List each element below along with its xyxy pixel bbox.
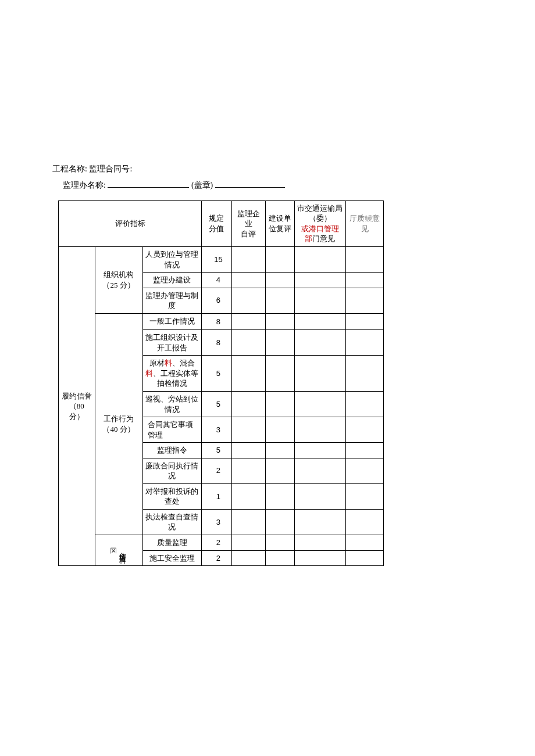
cell-review <box>266 458 295 483</box>
cell-self <box>231 458 265 483</box>
office-name-label: 监理办名称: <box>63 181 106 189</box>
lbl-red1: 料 <box>165 359 172 367</box>
cell-self <box>231 391 265 417</box>
item-label: 质量监理 <box>142 535 201 551</box>
item-label: 监理办建设 <box>142 273 201 288</box>
header-line-2: 监理办名称: (盖章) <box>52 179 483 192</box>
fixed-score-a: 规定 <box>209 214 224 223</box>
seal-label: (盖章) <box>191 181 213 189</box>
bureau-b: 或港口管理 <box>301 224 339 233</box>
cell-bureau <box>294 550 345 566</box>
col-hall: 厅质鳗意见 <box>346 200 384 246</box>
cell-self <box>231 356 265 392</box>
cell-hall <box>346 417 384 443</box>
cell-review <box>266 273 295 288</box>
cell-self <box>231 443 265 458</box>
item-score: 8 <box>202 313 232 330</box>
bureau-c: 部 <box>305 234 312 243</box>
cell-bureau <box>294 483 345 509</box>
group-main-b: （80 分） <box>69 402 84 421</box>
cell-hall <box>346 246 384 272</box>
item-score: 15 <box>202 246 232 272</box>
item-score: 3 <box>202 509 232 535</box>
lbl-c: 、工程实体等抽检情况 <box>153 369 198 388</box>
cell-bureau <box>294 509 345 535</box>
cell-review <box>266 356 295 392</box>
cell-bureau <box>294 288 345 313</box>
item-score: 3 <box>202 417 232 443</box>
cell-self <box>231 417 265 443</box>
header-line-1: 工程名称: 监理合同号: <box>52 163 483 175</box>
cell-bureau <box>294 391 345 417</box>
cell-self <box>231 246 265 272</box>
cell-self <box>231 483 265 509</box>
self-b: 自评 <box>241 230 256 238</box>
subgroup-work: 工作行为（40 分） <box>95 313 142 535</box>
evaluation-table: 评价指标 规定 分值 监理企业 自评 建设单 位复评 市交通运输局（委） 或港口… <box>58 200 384 566</box>
subgroup-org: 组织机构（25 分） <box>95 246 142 313</box>
item-score: 2 <box>202 458 232 483</box>
cell-review <box>266 313 295 330</box>
table-row: 区 作绩分工料 质量监理 2 <box>59 535 384 551</box>
lbl-red2: 料 <box>145 369 153 378</box>
item-score: 6 <box>202 288 232 313</box>
cell-review <box>266 443 295 458</box>
group-main-a: 履约信誉 <box>62 392 92 400</box>
cell-hall <box>346 550 384 566</box>
item-score: 2 <box>202 535 232 551</box>
col-fixed-score: 规定 分值 <box>202 200 232 246</box>
cell-bureau <box>294 443 345 458</box>
cell-hall <box>346 458 384 483</box>
cell-self <box>231 313 265 330</box>
cell-review <box>266 509 295 535</box>
subgroup-perf: 区 作绩分工料 <box>95 535 142 566</box>
item-label: 对举报和投诉的查处 <box>142 483 201 509</box>
item-label: 合同其它事项管理 <box>142 417 201 443</box>
col-review: 建设单 位复评 <box>266 200 295 246</box>
item-score: 8 <box>202 330 232 356</box>
hall-b: 鳗 <box>365 214 372 223</box>
cell-self <box>231 330 265 356</box>
bureau-d: 门意见 <box>312 234 335 243</box>
item-label: 监理办管理与制度 <box>142 288 201 313</box>
item-score: 5 <box>202 356 232 392</box>
office-name-blank <box>108 187 189 188</box>
cell-review <box>266 246 295 272</box>
cell-self <box>231 288 265 313</box>
rot-mark: 区 <box>109 547 117 554</box>
review-a: 建设单 <box>269 214 291 223</box>
cell-hall <box>346 509 384 535</box>
seal-blank <box>215 187 285 188</box>
cell-bureau <box>294 458 345 483</box>
cell-hall <box>346 483 384 509</box>
cell-review <box>266 535 295 551</box>
cell-hall <box>346 356 384 392</box>
cell-hall <box>346 443 384 458</box>
cell-self <box>231 273 265 288</box>
cell-review <box>266 550 295 566</box>
cell-review <box>266 391 295 417</box>
cell-review <box>266 483 295 509</box>
cell-bureau <box>294 330 345 356</box>
cell-review <box>266 330 295 356</box>
cell-hall <box>346 330 384 356</box>
cell-hall <box>346 391 384 417</box>
item-score: 5 <box>202 391 232 417</box>
col-bureau: 市交通运输局（委） 或港口管理 部门意见 <box>294 200 345 246</box>
fixed-score-b: 分值 <box>209 224 224 233</box>
item-score: 4 <box>202 273 232 288</box>
self-a: 监理企业 <box>237 209 260 228</box>
table-row: 履约信誉 （80 分） 组织机构（25 分） 人员到位与管理情况 15 <box>59 246 384 272</box>
cell-bureau <box>294 313 345 330</box>
item-score: 5 <box>202 443 232 458</box>
cell-review <box>266 417 295 443</box>
cell-bureau <box>294 535 345 551</box>
cell-bureau <box>294 273 345 288</box>
contract-no-label: 监理合同号: <box>89 164 132 173</box>
item-label: 监理指令 <box>142 443 201 458</box>
item-label: 人员到位与管理情况 <box>142 246 201 272</box>
hall-a: 厅质 <box>349 214 365 223</box>
cell-hall <box>346 535 384 551</box>
lbl-b: 、混合 <box>172 359 195 367</box>
item-label: 廉政合同执行情况 <box>142 458 201 483</box>
